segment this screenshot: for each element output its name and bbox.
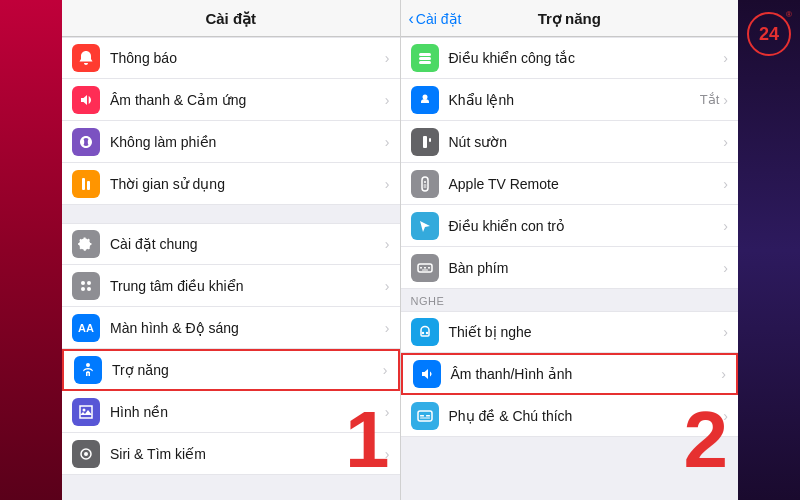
thoi-gian-label: Thời gian sử dụng [110, 176, 385, 192]
chevron-icon: › [723, 260, 728, 276]
chevron-icon: › [385, 176, 390, 192]
tro-nang-item[interactable]: Trợ năng › [62, 349, 400, 391]
chevron-icon: › [383, 362, 388, 378]
chevron-icon: › [385, 134, 390, 150]
list-item[interactable]: Siri & Tìm kiếm › [62, 433, 400, 475]
svg-point-7 [86, 363, 90, 367]
chevron-icon: › [385, 320, 390, 336]
thong-bao-label: Thông báo [110, 50, 385, 66]
khau-lenh-label: Khẩu lệnh [449, 92, 700, 108]
left-decorative-bar [0, 0, 62, 500]
chevron-icon: › [723, 408, 728, 424]
hinh-nen-icon [72, 398, 100, 426]
am-thanh-hinh-anh-icon [413, 360, 441, 388]
chevron-icon: › [723, 134, 728, 150]
svg-rect-11 [419, 53, 431, 56]
list-item[interactable]: Apple TV Remote › [401, 163, 739, 205]
right-section-1: Điều khiển công tắc › Khẩu lệnh Tắt › [401, 37, 739, 289]
list-item[interactable]: Khẩu lệnh Tắt › [401, 79, 739, 121]
svg-rect-31 [420, 417, 430, 418]
list-item[interactable]: Cài đặt chung › [62, 223, 400, 265]
thiet-bi-nghe-icon [411, 318, 439, 346]
svg-point-14 [422, 94, 427, 99]
list-item[interactable]: Thời gian sử dụng › [62, 163, 400, 205]
chevron-icon: › [385, 404, 390, 420]
back-button[interactable]: ‹ Cài đặt [409, 10, 462, 28]
section-divider [62, 205, 400, 223]
trung-tam-label: Trung tâm điều khiển [110, 278, 385, 294]
logo-24h: 24 [747, 12, 791, 56]
am-thanh-hinh-anh-item[interactable]: Âm thanh/Hình ảnh › [401, 353, 739, 395]
nut-suon-icon [411, 128, 439, 156]
nut-suon-label: Nút sườn [449, 134, 724, 150]
list-item[interactable]: Trung tâm điều khiển › [62, 265, 400, 307]
ban-phim-label: Bàn phím [449, 260, 724, 276]
khong-lam-phien-icon [72, 128, 100, 156]
left-settings-list: Thông báo › Âm thanh & Cảm ứng › [62, 37, 400, 500]
nghe-section-label: NGHE [401, 289, 739, 311]
cai-dat-chung-label: Cài đặt chung [110, 236, 385, 252]
svg-rect-25 [422, 269, 428, 270]
tro-nang-icon [74, 356, 102, 384]
phu-de-label: Phụ đề & Chú thích [449, 408, 724, 424]
svg-rect-12 [419, 57, 431, 60]
svg-rect-30 [426, 415, 430, 417]
list-item[interactable]: AA Màn hình & Độ sáng › [62, 307, 400, 349]
man-hinh-icon: AA [72, 314, 100, 342]
list-item[interactable]: Thiết bị nghe › [401, 311, 739, 353]
right-settings-list: Điều khiển công tắc › Khẩu lệnh Tắt › [401, 37, 739, 500]
back-label: Cài đặt [416, 11, 462, 27]
chevron-icon: › [723, 92, 728, 108]
chevron-icon: › [723, 324, 728, 340]
chevron-icon: › [723, 176, 728, 192]
dieu-khien-con-tro-label: Điều khiển con trỏ [449, 218, 724, 234]
list-item[interactable]: Điều khiển công tắc › [401, 37, 739, 79]
list-item[interactable]: Bàn phím › [401, 247, 739, 289]
thong-bao-icon [72, 44, 100, 72]
svg-rect-22 [420, 267, 422, 269]
logo-text: 24 [759, 24, 779, 45]
list-item[interactable]: Hình nền › [62, 391, 400, 433]
list-item[interactable]: Phụ đề & Chú thích › [401, 395, 739, 437]
chevron-icon: › [723, 218, 728, 234]
svg-rect-1 [87, 181, 90, 190]
right-panel-header: ‹ Cài đặt Trợ năng [401, 0, 739, 37]
apple-tv-remote-icon [411, 170, 439, 198]
logo-registered: ® [786, 10, 792, 19]
list-item[interactable]: Nút sườn › [401, 121, 739, 163]
phu-de-icon [411, 402, 439, 430]
chevron-icon: › [721, 366, 726, 382]
thoi-gian-icon [72, 170, 100, 198]
chevron-icon: › [385, 278, 390, 294]
right-decorative-bar: 24 ® [738, 0, 800, 500]
svg-point-10 [84, 452, 88, 456]
svg-point-5 [81, 287, 85, 291]
back-chevron-icon: ‹ [409, 10, 414, 28]
svg-rect-13 [419, 61, 431, 64]
chevron-icon: › [723, 50, 728, 66]
list-item[interactable]: Âm thanh & Cảm ứng › [62, 79, 400, 121]
left-header-title: Cài đặt [205, 10, 256, 27]
thiet-bi-nghe-label: Thiết bị nghe [449, 324, 724, 340]
svg-point-27 [425, 332, 427, 334]
ban-phim-icon [411, 254, 439, 282]
list-item[interactable]: Thông báo › [62, 37, 400, 79]
left-section-1: Thông báo › Âm thanh & Cảm ứng › [62, 37, 400, 205]
list-item[interactable]: Điều khiển con trỏ › [401, 205, 739, 247]
svg-rect-19 [423, 184, 426, 185]
left-panel-header: Cài đặt [62, 0, 400, 37]
list-item[interactable]: Không làm phiền › [62, 121, 400, 163]
am-thanh-label: Âm thanh & Cảm ứng [110, 92, 385, 108]
svg-point-4 [87, 281, 91, 285]
svg-point-6 [87, 287, 91, 291]
khau-lenh-badge: Tắt [700, 92, 720, 107]
svg-point-3 [81, 281, 85, 285]
khau-lenh-icon [411, 86, 439, 114]
cai-dat-chung-icon [72, 230, 100, 258]
svg-rect-15 [423, 136, 427, 148]
svg-rect-17 [422, 177, 428, 191]
svg-rect-29 [420, 415, 424, 417]
chevron-icon: › [385, 236, 390, 252]
apple-tv-remote-label: Apple TV Remote [449, 176, 724, 192]
chevron-icon: › [385, 446, 390, 462]
